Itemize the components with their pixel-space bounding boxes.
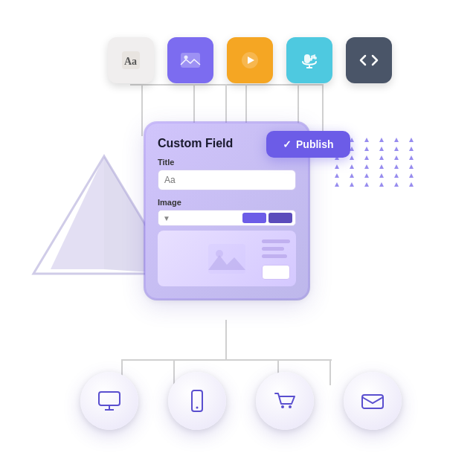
svg-rect-13 <box>99 392 120 405</box>
top-icons-row: Aa <box>108 37 392 83</box>
video-icon-box[interactable] <box>227 37 273 83</box>
image-icon <box>178 48 202 72</box>
image-label: Image <box>158 198 296 207</box>
video-play-icon <box>238 48 262 72</box>
top-v-connector-1 <box>141 84 143 136</box>
svg-rect-20 <box>362 395 383 408</box>
code-icon <box>357 48 381 72</box>
svg-point-3 <box>184 56 188 60</box>
cart-icon-circle[interactable] <box>256 372 314 430</box>
publish-badge[interactable]: ✓ Publish <box>266 131 350 158</box>
publish-label: Publish <box>296 138 334 150</box>
email-icon-circle[interactable] <box>344 372 402 430</box>
image-icon-box[interactable] <box>167 37 213 83</box>
svg-point-17 <box>196 407 199 409</box>
bottom-icons-row <box>80 372 402 430</box>
publish-checkmark: ✓ <box>283 138 292 150</box>
audio-icon-box[interactable] <box>286 37 332 83</box>
svg-point-19 <box>289 405 292 408</box>
image-select-value: ▼ <box>163 214 170 222</box>
svg-rect-2 <box>181 53 200 68</box>
text-icon-box[interactable]: Aa <box>108 37 154 83</box>
mobile-icon-circle[interactable] <box>168 372 226 430</box>
svg-text:Aa: Aa <box>124 56 137 67</box>
monitor-icon <box>96 387 123 414</box>
bottom-v-main-connector <box>225 320 227 361</box>
svg-point-18 <box>281 405 284 408</box>
audio-icon <box>298 48 321 72</box>
svg-rect-6 <box>304 54 310 63</box>
text-icon: Aa <box>119 48 143 72</box>
main-scene: Aa <box>0 0 476 476</box>
mobile-icon <box>184 387 210 414</box>
monitor-icon-circle[interactable] <box>80 372 138 430</box>
top-v-connector-5 <box>322 84 324 136</box>
email-icon <box>359 387 386 414</box>
image-side-lines <box>262 239 290 280</box>
image-placeholder <box>158 231 296 286</box>
image-type-selector-row: ▼ <box>158 210 296 226</box>
code-icon-box[interactable] <box>346 37 392 83</box>
title-label: Title <box>158 158 296 167</box>
svg-point-9 <box>309 58 312 61</box>
svg-point-10 <box>314 57 317 60</box>
cart-icon <box>271 387 298 414</box>
mountain-preview-icon <box>208 244 245 274</box>
card-btn-secondary[interactable] <box>268 213 292 223</box>
top-h-connector <box>130 84 324 86</box>
card-btn-primary[interactable] <box>242 213 266 223</box>
card-action-buttons <box>242 213 292 223</box>
bottom-h-connector <box>121 359 332 361</box>
title-input[interactable] <box>158 170 296 190</box>
